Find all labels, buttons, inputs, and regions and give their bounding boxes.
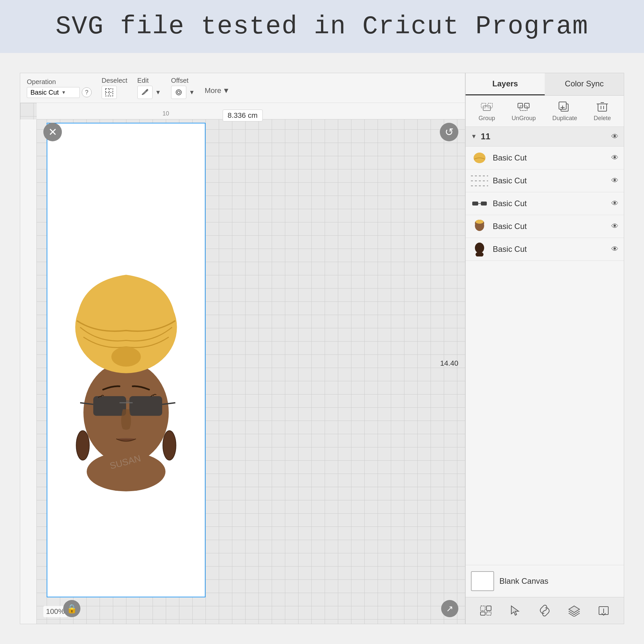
group-icon xyxy=(479,100,494,114)
tab-layers[interactable]: Layers xyxy=(466,73,545,95)
ungroup-label: UnGroup xyxy=(512,115,536,122)
offset-label: Offset xyxy=(171,77,195,84)
svg-point-4 xyxy=(176,90,181,95)
svg-point-42 xyxy=(475,243,484,253)
layer-name-3: Basic Cut xyxy=(493,199,607,208)
svg-rect-44 xyxy=(481,606,485,611)
edit-icons: ▼ xyxy=(137,86,161,99)
group-label: Group xyxy=(479,115,495,122)
layer-name-4: Basic Cut xyxy=(493,222,607,231)
delete-label: Delete xyxy=(594,115,611,122)
tab-color-sync[interactable]: Color Sync xyxy=(545,73,624,95)
group-button[interactable]: Group xyxy=(479,100,495,122)
panel-tabs: Layers Color Sync xyxy=(466,73,624,96)
svg-line-3 xyxy=(146,90,147,91)
toolbar: Operation Basic Cut ▼ ? Deselect xyxy=(20,73,465,103)
svg-rect-11 xyxy=(93,396,126,416)
delete-icon xyxy=(595,100,610,114)
layer-visibility-icon-1[interactable]: 👁 xyxy=(611,154,619,162)
duplicate-icon xyxy=(557,100,572,114)
basic-cut-dropdown[interactable]: Basic Cut ▼ xyxy=(27,87,80,98)
selection-rotate-button[interactable]: ↺ xyxy=(440,123,458,141)
height-label: 14.40 xyxy=(440,359,458,368)
svg-rect-12 xyxy=(129,396,162,416)
deselect-button[interactable] xyxy=(102,86,117,99)
layer-visibility-icon-5[interactable]: 👁 xyxy=(611,245,619,253)
group-visibility-icon[interactable]: 👁 xyxy=(611,132,619,141)
operation-label: Operation xyxy=(27,78,92,86)
attach-button[interactable] xyxy=(477,603,494,619)
dropdown-arrow-icon: ▼ xyxy=(62,90,66,95)
offset-group: Offset ▼ xyxy=(171,77,195,99)
svg-point-10 xyxy=(111,347,141,367)
layer-visibility-icon-2[interactable]: 👁 xyxy=(611,176,619,185)
panel-toolbar: Group UnGroup xyxy=(466,96,624,127)
offset-icons: ▼ xyxy=(171,86,195,99)
svg-point-18 xyxy=(163,431,176,460)
svg-rect-36 xyxy=(472,202,478,206)
blank-canvas-box xyxy=(471,571,494,591)
layer-thumbnail-silhouette xyxy=(471,242,488,256)
svg-point-43 xyxy=(476,252,483,256)
layers-panel: Layers Color Sync Group xyxy=(465,73,624,624)
ruler-number-10: 10 xyxy=(162,110,169,117)
layer-item[interactable]: Basic Cut 👁 xyxy=(466,147,624,169)
edit-label: Edit xyxy=(137,77,161,84)
group-number: 11 xyxy=(481,131,607,142)
cursor-button[interactable] xyxy=(507,603,524,619)
more-label: More xyxy=(205,86,221,95)
lock-button[interactable]: 🔒 xyxy=(63,600,80,617)
svg-rect-45 xyxy=(486,606,491,611)
edit-button[interactable] xyxy=(137,86,153,99)
layer-visibility-icon-4[interactable]: 👁 xyxy=(611,222,619,231)
blank-canvas-row: Blank Canvas xyxy=(466,565,624,597)
layer-item[interactable]: Basic Cut 👁 xyxy=(466,192,624,215)
layer-item[interactable]: Basic Cut 👁 xyxy=(466,169,624,192)
svg-rect-30 xyxy=(598,104,607,111)
export-button[interactable] xyxy=(595,603,612,619)
offset-button[interactable] xyxy=(171,86,186,99)
panel-bottom-toolbar xyxy=(466,597,624,624)
banner-title: SVG file tested in Cricut Program xyxy=(56,12,589,41)
resize-button[interactable]: ↗ xyxy=(441,600,458,617)
operation-control: Basic Cut ▼ ? xyxy=(27,87,92,98)
more-arrow-icon: ▼ xyxy=(223,86,230,95)
svg-line-48 xyxy=(543,610,546,611)
layer-thumbnail-face xyxy=(471,219,488,234)
more-button[interactable]: More ▼ xyxy=(205,86,230,95)
link-button[interactable] xyxy=(536,603,553,619)
group-expand-icon: ▼ xyxy=(471,133,477,140)
deselect-label: Deselect xyxy=(102,77,127,84)
svg-point-5 xyxy=(177,91,180,94)
layer-thumbnail-hair xyxy=(471,151,488,165)
layer-group-header[interactable]: ▼ 11 👁 xyxy=(466,127,624,147)
ungroup-icon xyxy=(516,100,531,114)
svg-rect-37 xyxy=(481,202,487,206)
layer-visibility-icon-3[interactable]: 👁 xyxy=(611,199,619,208)
layer-name-5: Basic Cut xyxy=(493,245,607,254)
basic-cut-value: Basic Cut xyxy=(30,89,59,96)
duplicate-label: Duplicate xyxy=(552,115,577,122)
selection-close-button[interactable]: ✕ xyxy=(43,123,62,141)
edit-group: Edit ▼ xyxy=(137,77,161,99)
layer-thumbnail-sunglasses xyxy=(471,196,488,211)
deselect-group: Deselect xyxy=(102,77,127,99)
width-label: 8.336 cm xyxy=(223,110,263,121)
ungroup-button[interactable]: UnGroup xyxy=(512,100,536,122)
canvas-area: 10 ✕ 8.336 cm ↺ xyxy=(20,103,465,624)
layer-name-1: Basic Cut xyxy=(493,153,607,162)
help-button[interactable]: ? xyxy=(82,87,92,97)
blank-canvas-label: Blank Canvas xyxy=(499,576,548,586)
layer-name-2: Basic Cut xyxy=(493,176,607,185)
svg-illustration: SUSAN xyxy=(47,123,206,597)
layer-item[interactable]: Basic Cut 👁 xyxy=(466,238,624,261)
operation-section: Operation Basic Cut ▼ ? xyxy=(27,78,92,98)
delete-button[interactable]: Delete xyxy=(594,100,611,122)
duplicate-button[interactable]: Duplicate xyxy=(552,100,577,122)
ruler-left xyxy=(20,119,37,624)
layer-item[interactable]: Basic Cut 👁 xyxy=(466,215,624,238)
svg-marker-49 xyxy=(569,606,579,613)
layer-thumbnail-dash xyxy=(471,173,488,188)
svg-rect-47 xyxy=(486,612,491,615)
stack-button[interactable] xyxy=(566,603,583,619)
